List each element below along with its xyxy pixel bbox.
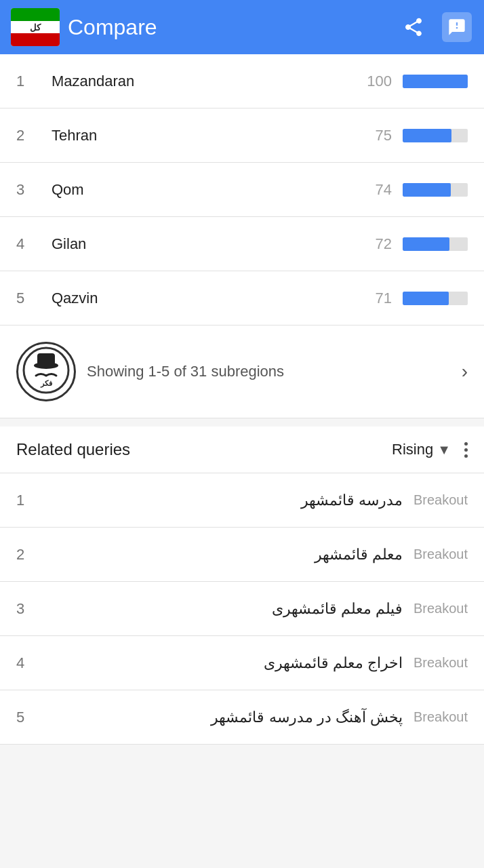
- score-5: 71: [358, 290, 392, 307]
- score-2: 75: [358, 127, 392, 144]
- avatar-icon: فکر: [22, 347, 70, 397]
- related-queries-section: Related queries Rising ▼ 1 مدرسه قائمشهر…: [0, 427, 484, 745]
- region-name-3: Qom: [41, 181, 358, 199]
- avatar: فکر: [16, 342, 76, 401]
- score-3: 74: [358, 181, 392, 199]
- rank-1: 1: [16, 73, 41, 90]
- query-badge-5: Breakout: [414, 709, 468, 725]
- svg-rect-2: [37, 353, 55, 366]
- query-rank-5: 5: [16, 709, 41, 726]
- header-left: کل Compare: [11, 8, 157, 46]
- dot-3: [464, 454, 468, 458]
- rank-5: 5: [16, 290, 41, 307]
- table-row: 5 Qazvin 71: [0, 271, 484, 326]
- dropdown-arrow-icon: ▼: [437, 442, 451, 458]
- query-badge-4: Breakout: [414, 655, 468, 671]
- svg-text:فکر: فکر: [40, 379, 52, 388]
- list-item: 4 اخراج معلم قائمشهری Breakout: [0, 636, 484, 690]
- query-text-3: فیلم معلم قائمشهری: [41, 600, 403, 618]
- section-divider: [0, 418, 484, 427]
- logo-text: کل: [30, 22, 41, 33]
- filter-label: Rising: [392, 441, 433, 458]
- query-text-5: پخش آهنگ در مدرسه قائمشهر: [41, 709, 403, 726]
- showing-row[interactable]: فکر Showing 1-5 of 31 subregions ›: [0, 326, 484, 418]
- table-row: 3 Qom 74: [0, 163, 484, 217]
- query-badge-1: Breakout: [414, 492, 468, 508]
- list-item: 5 پخش آهنگ در مدرسه قائمشهر Breakout: [0, 690, 484, 745]
- related-queries-header: Related queries Rising ▼: [0, 427, 484, 473]
- query-rank-2: 2: [16, 546, 41, 564]
- page-title: Compare: [68, 15, 157, 40]
- header-actions: [397, 11, 473, 43]
- more-options-button[interactable]: [464, 442, 468, 458]
- bar-fill-3: [403, 183, 451, 197]
- feedback-box: [442, 12, 472, 42]
- bar-container-1: [403, 75, 468, 88]
- rank-2: 2: [16, 127, 41, 144]
- table-row: 2 Tehran 75: [0, 108, 484, 163]
- bar-fill-5: [403, 292, 449, 305]
- bar-container-3: [403, 183, 468, 197]
- score-1: 100: [358, 73, 392, 90]
- query-badge-2: Breakout: [414, 547, 468, 562]
- avatar-svg: فکر: [22, 347, 70, 394]
- query-badge-3: Breakout: [414, 601, 468, 616]
- share-button[interactable]: [397, 11, 430, 43]
- share-icon: [403, 16, 424, 38]
- related-queries-title: Related queries: [16, 440, 392, 459]
- region-name-1: Mazandaran: [41, 73, 358, 90]
- query-rank-4: 4: [16, 654, 41, 672]
- query-text-2: معلم قائمشهر: [41, 546, 403, 564]
- list-item: 1 مدرسه قائمشهر Breakout: [0, 473, 484, 528]
- table-row: 4 Gilan 72: [0, 217, 484, 271]
- bar-fill-2: [403, 129, 451, 142]
- subregions-section: 1 Mazandaran 100 2 Tehran 75 3 Qom 74 4 …: [0, 54, 484, 418]
- showing-subregions-text: Showing 1-5 of 31 subregions: [87, 363, 456, 380]
- feedback-icon: [447, 18, 466, 37]
- app-logo: کل: [11, 8, 60, 46]
- feedback-button[interactable]: [441, 11, 473, 43]
- table-row: 1 Mazandaran 100: [0, 54, 484, 108]
- list-item: 3 فیلم معلم قائمشهری Breakout: [0, 582, 484, 636]
- chevron-right-icon: ›: [462, 361, 468, 382]
- bar-container-5: [403, 292, 468, 305]
- query-text-4: اخراج معلم قائمشهری: [41, 654, 403, 672]
- bar-container-2: [403, 129, 468, 142]
- flag-red: [11, 33, 60, 46]
- rank-3: 3: [16, 181, 41, 199]
- region-name-2: Tehran: [41, 127, 358, 144]
- list-item: 2 معلم قائمشهر Breakout: [0, 528, 484, 582]
- dot-2: [464, 448, 468, 452]
- filter-dropdown[interactable]: Rising ▼: [392, 441, 451, 458]
- score-4: 72: [358, 235, 392, 253]
- bar-fill-1: [403, 75, 468, 88]
- bar-fill-4: [403, 237, 449, 251]
- query-rank-1: 1: [16, 492, 41, 509]
- region-name-5: Qazvin: [41, 290, 358, 307]
- dot-1: [464, 442, 468, 446]
- query-rank-3: 3: [16, 600, 41, 618]
- query-text-1: مدرسه قائمشهر: [41, 492, 403, 509]
- app-header: کل Compare: [0, 0, 484, 54]
- rank-4: 4: [16, 235, 41, 253]
- bar-container-4: [403, 237, 468, 251]
- region-name-4: Gilan: [41, 235, 358, 253]
- flag-green: [11, 8, 60, 21]
